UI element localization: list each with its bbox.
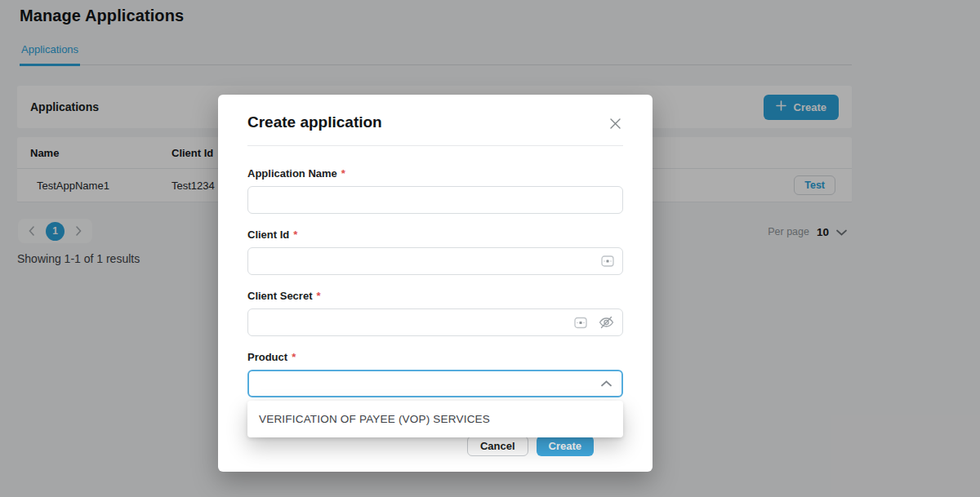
required-asterisk: * [316,290,320,302]
close-icon [609,120,621,132]
modal-title: Create application [247,113,382,131]
field-label-text: Application Name [247,167,337,180]
modal-body: Application Name * Client Id * [218,167,653,456]
create-application-modal: Create application Application Name * Cl… [218,95,653,472]
product-label: Product * [247,351,623,363]
password-manager-icon[interactable] [601,255,614,268]
eye-off-icon[interactable] [599,316,614,329]
client-id-field-group: Client Id * [247,229,623,275]
required-asterisk: * [293,229,297,241]
modal-footer: Cancel Create [277,436,594,456]
client-id-label: Client Id * [247,229,623,241]
password-manager-icon[interactable] [574,317,587,329]
client-id-input[interactable] [247,247,623,275]
client-secret-input[interactable] [247,308,623,336]
application-name-input[interactable] [247,186,623,214]
close-button[interactable] [608,116,623,131]
client-secret-label: Client Secret * [247,290,623,302]
dropdown-option-vop[interactable]: VERIFICATION OF PAYEE (VOP) SERVICES [247,401,623,437]
required-asterisk: * [292,351,296,363]
modal-header: Create application [218,95,653,131]
application-name-label: Application Name * [247,167,623,180]
modal-create-button[interactable]: Create [537,436,594,456]
modal-divider [247,145,623,146]
field-label-text: Product [247,351,287,363]
product-dropdown-panel: VERIFICATION OF PAYEE (VOP) SERVICES [247,401,623,437]
field-label-text: Client Secret [247,290,312,302]
product-field-group: Product * VERIFICATION OF PAYEE (VOP) SE… [247,351,623,397]
cancel-button[interactable]: Cancel [467,436,528,456]
application-name-field-group: Application Name * [247,167,623,214]
chevron-up-icon [601,380,612,387]
product-select[interactable] [247,370,623,397]
client-secret-field-group: Client Secret * [247,290,623,336]
field-label-text: Client Id [247,229,289,241]
required-asterisk: * [341,167,345,180]
